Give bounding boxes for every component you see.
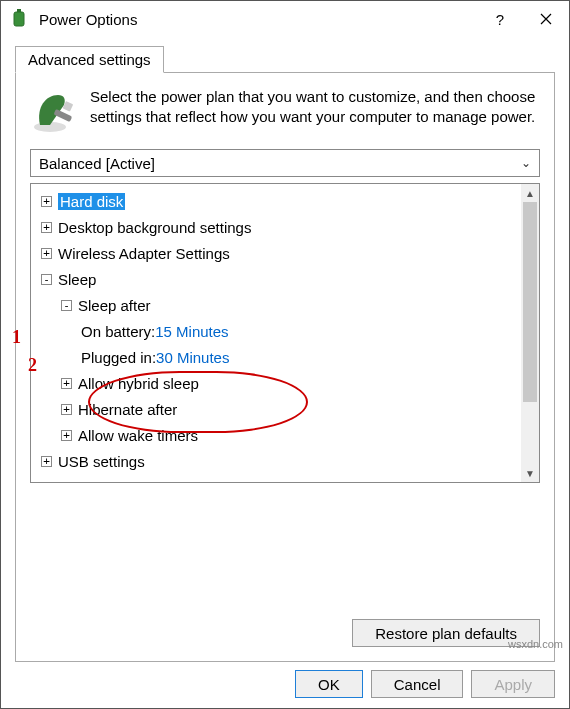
- scroll-up-icon[interactable]: ▲: [521, 184, 539, 202]
- tree-label: Wireless Adapter Settings: [58, 245, 230, 262]
- cancel-button[interactable]: Cancel: [371, 670, 464, 698]
- expand-icon[interactable]: +: [41, 222, 52, 233]
- dialog-buttons: OK Cancel Apply: [287, 670, 555, 698]
- tree-label: Allow wake timers: [78, 427, 198, 444]
- settings-tree: + Hard disk + Desktop background setting…: [30, 183, 540, 483]
- watermark-text: wsxdn.com: [508, 638, 563, 650]
- power-plan-selected: Balanced [Active]: [39, 155, 155, 172]
- setting-label: On battery:: [81, 323, 155, 340]
- tree-label: Hard disk: [58, 193, 125, 210]
- tree-item-hard-disk[interactable]: + Hard disk: [33, 188, 519, 214]
- tree-item-sleep[interactable]: - Sleep: [33, 266, 519, 292]
- expand-icon[interactable]: +: [41, 456, 52, 467]
- tab-row: Advanced settings: [15, 45, 569, 72]
- tab-advanced-settings[interactable]: Advanced settings: [15, 46, 164, 73]
- power-plan-combobox[interactable]: Balanced [Active] ⌄: [30, 149, 540, 177]
- power-options-dialog: Power Options ? Advanced settings Select…: [0, 0, 570, 709]
- setting-label: Plugged in:: [81, 349, 156, 366]
- tree-content: + Hard disk + Desktop background setting…: [31, 184, 521, 482]
- tree-item-on-battery[interactable]: On battery: 15 Minutes: [33, 318, 519, 344]
- intro-block: Select the power plan that you want to c…: [30, 87, 540, 135]
- close-icon: [540, 13, 552, 25]
- tree-label: USB settings: [58, 453, 145, 470]
- tree-label: Hibernate after: [78, 401, 177, 418]
- titlebar: Power Options ?: [1, 1, 569, 37]
- scroll-thumb[interactable]: [523, 202, 537, 402]
- collapse-icon[interactable]: -: [41, 274, 52, 285]
- description-text: Select the power plan that you want to c…: [90, 87, 540, 135]
- annotation-one: 1: [12, 327, 21, 348]
- tree-item-wireless[interactable]: + Wireless Adapter Settings: [33, 240, 519, 266]
- expand-icon[interactable]: +: [41, 196, 52, 207]
- tab-panel: Select the power plan that you want to c…: [15, 72, 555, 662]
- ok-button[interactable]: OK: [295, 670, 363, 698]
- tree-item-hybrid-sleep[interactable]: + Allow hybrid sleep: [33, 370, 519, 396]
- tree-label: Desktop background settings: [58, 219, 251, 236]
- tree-item-usb[interactable]: + USB settings: [33, 448, 519, 474]
- tree-label: Sleep after: [78, 297, 151, 314]
- tree-item-sleep-after[interactable]: - Sleep after: [33, 292, 519, 318]
- scroll-track[interactable]: [521, 202, 539, 464]
- collapse-icon[interactable]: -: [61, 300, 72, 311]
- expand-icon[interactable]: +: [61, 404, 72, 415]
- chevron-down-icon: ⌄: [521, 156, 531, 170]
- setting-value[interactable]: 30 Minutes: [156, 349, 229, 366]
- scrollbar[interactable]: ▲ ▼: [521, 184, 539, 482]
- tree-label: Sleep: [58, 271, 96, 288]
- tree-item-wake-timers[interactable]: + Allow wake timers: [33, 422, 519, 448]
- apply-button: Apply: [471, 670, 555, 698]
- expand-icon[interactable]: +: [41, 248, 52, 259]
- svg-rect-0: [14, 12, 24, 26]
- expand-icon[interactable]: +: [61, 378, 72, 389]
- window-title: Power Options: [39, 11, 477, 28]
- power-plan-icon: [30, 87, 78, 135]
- help-button[interactable]: ?: [477, 1, 523, 37]
- tree-label: Allow hybrid sleep: [78, 375, 199, 392]
- close-button[interactable]: [523, 1, 569, 37]
- setting-value[interactable]: 15 Minutes: [155, 323, 228, 340]
- tree-item-plugged-in[interactable]: Plugged in: 30 Minutes: [33, 344, 519, 370]
- svg-rect-1: [17, 9, 21, 12]
- power-icon: [9, 9, 29, 29]
- expand-icon[interactable]: +: [61, 430, 72, 441]
- scroll-down-icon[interactable]: ▼: [521, 464, 539, 482]
- tree-item-hibernate-after[interactable]: + Hibernate after: [33, 396, 519, 422]
- tree-item-desktop-bg[interactable]: + Desktop background settings: [33, 214, 519, 240]
